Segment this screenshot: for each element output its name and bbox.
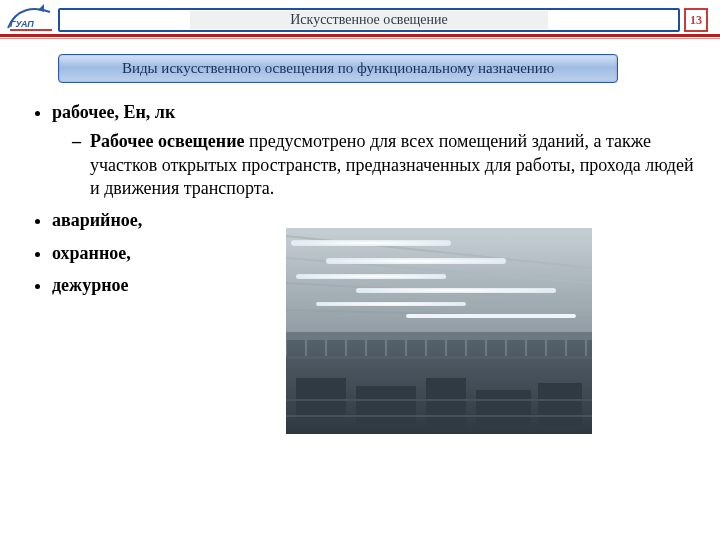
university-logo: ГУАП (4, 2, 56, 34)
svg-rect-35 (538, 383, 582, 427)
svg-rect-9 (296, 274, 446, 279)
slide-title: Искусственное освещение (190, 11, 548, 29)
svg-rect-10 (356, 288, 556, 293)
sub-bullet-item: Рабочее освещение предусмотрено для всех… (72, 130, 696, 200)
bullet-text: дежурное (52, 275, 129, 295)
title-bar: Искусственное освещение (58, 8, 680, 32)
section-subheader: Виды искусственного освещения по функцио… (58, 54, 618, 83)
svg-rect-13 (286, 332, 592, 340)
svg-text:ГУАП: ГУАП (10, 19, 34, 29)
bullet-text: охранное, (52, 243, 131, 263)
svg-rect-7 (291, 240, 451, 246)
illustration-industrial-lighting (286, 228, 592, 434)
slide-header: ГУАП Искусственное освещение 13 (0, 6, 720, 36)
svg-rect-31 (296, 378, 346, 418)
bullet-text: аварийное, (52, 210, 142, 230)
bullet-text: рабочее, Ен, лк (52, 102, 175, 122)
svg-rect-33 (426, 378, 466, 428)
header-divider-thick (0, 34, 720, 37)
svg-rect-8 (326, 258, 506, 264)
sub-bullet-bold: Рабочее освещение (90, 131, 245, 151)
bullet-item: рабочее, Ен, лк Рабочее освещение предус… (52, 100, 696, 200)
svg-rect-32 (356, 386, 416, 424)
svg-rect-12 (406, 314, 576, 318)
svg-rect-34 (476, 390, 531, 426)
header-divider-thin (0, 38, 720, 39)
svg-rect-30 (286, 356, 592, 359)
page-number: 13 (684, 8, 708, 32)
svg-rect-11 (316, 302, 466, 306)
